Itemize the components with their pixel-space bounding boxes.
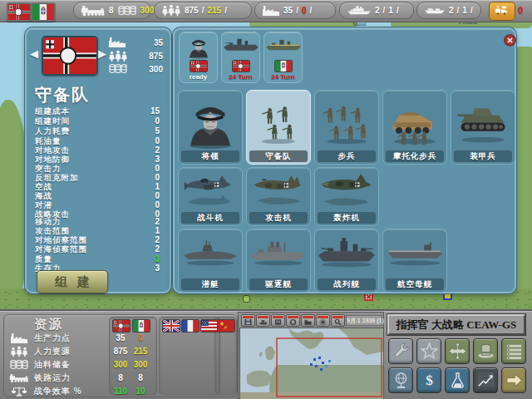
end-turn-button[interactable] <box>501 367 526 393</box>
unit-cell-battleship[interactable]: 战列舰 <box>314 229 379 293</box>
general-portrait <box>180 33 217 59</box>
convoy-icon <box>494 3 510 19</box>
stat-row: 攻击范围1 <box>35 226 160 235</box>
people-icon <box>108 50 128 62</box>
selected-nation-flag <box>42 36 98 76</box>
separator: / <box>457 6 460 15</box>
factory-icon <box>9 332 29 344</box>
queue-status: ready <box>190 73 207 81</box>
world-button[interactable] <box>388 367 413 393</box>
stat-value: 5 <box>155 126 160 136</box>
queue-slot-3[interactable]: 24 Turn <box>264 32 303 83</box>
reports-button[interactable] <box>501 338 526 364</box>
resource-value: 110 <box>111 386 131 397</box>
close-icon[interactable] <box>504 34 516 47</box>
tophat-icon <box>476 342 495 361</box>
unit-cell-label: 潜艇 <box>181 278 239 290</box>
attacker-unit <box>249 170 308 211</box>
nation-manpower-value: 875 <box>149 52 163 61</box>
statistics-button[interactable] <box>473 367 498 393</box>
unit-cell-label: 摩托化步兵 <box>386 150 444 162</box>
italy-flag-button[interactable] <box>31 2 56 22</box>
game-screen: Finland Vaasa 8 300 875 / 215 / 35 / 0 / <box>0 0 532 399</box>
unit-cell-garrison[interactable]: 守备队 <box>246 90 311 165</box>
stat-row: 组建时间0 <box>35 116 160 126</box>
disk-tool-button[interactable] <box>241 314 255 327</box>
top-bar: 8 300 875 / 215 / 35 / 0 / 2 / 1 / 2 <box>0 0 532 22</box>
separator: / <box>309 6 312 15</box>
production-segment: 35 / 0 / <box>254 2 336 19</box>
gear-tool-button[interactable] <box>316 314 330 327</box>
stat-value: 2 <box>155 235 160 244</box>
unit-cell-motorized[interactable]: 摩托化步兵 <box>382 90 447 165</box>
diplomacy-button[interactable] <box>473 338 498 364</box>
unit-cell-submarine[interactable]: 潜艇 <box>178 229 243 293</box>
medals-button[interactable] <box>416 338 441 364</box>
build-button[interactable]: 组建 <box>37 270 108 293</box>
unit-cell-label: 轰炸机 <box>318 212 376 224</box>
stat-row: 组建成本15 <box>35 106 160 116</box>
manpower-value-2: 215 <box>207 6 221 15</box>
unit-cell-tank[interactable]: 装甲兵 <box>451 90 515 165</box>
resource-value: 8 <box>131 372 150 384</box>
resource-label: 战争效率 % <box>34 386 82 397</box>
transports-value-2: 1 <box>462 6 467 15</box>
magnifier-tool-button[interactable] <box>331 314 345 327</box>
queue-slot-1[interactable]: ready <box>179 32 218 83</box>
train-icon <box>81 5 106 17</box>
germany-war-flag-icon <box>43 37 96 74</box>
resource-value: 0 <box>131 332 150 344</box>
infantry-unit <box>317 92 377 150</box>
unit-cell-bomber[interactable]: 轰炸机 <box>314 167 379 226</box>
unit-cell-destroyer[interactable]: 驱逐舰 <box>246 229 311 293</box>
garrison-unit <box>249 92 308 150</box>
ring-tool-button[interactable] <box>286 314 300 327</box>
factory-icon <box>262 5 280 17</box>
germany-flag-button[interactable] <box>7 2 32 22</box>
stat-value: 0 <box>155 200 160 209</box>
resource-value: 875 <box>111 346 131 357</box>
resources-panel: 资源 生产力点350人力资源875215油料储备300300铁路运力88战争效率… <box>3 314 238 397</box>
factory-icon <box>108 37 126 48</box>
queue-slot-2[interactable]: 24 Turn <box>221 32 260 83</box>
resource-label: 铁路运力 <box>34 372 71 384</box>
transports-value: 2 <box>449 6 454 15</box>
map-marker-resource-icon <box>243 295 250 303</box>
unit-cell-attacker[interactable]: 攻击机 <box>246 167 311 226</box>
prev-nation-arrow[interactable]: ◀ <box>30 47 38 60</box>
stat-row: 对潜0 <box>35 200 160 209</box>
fuel-value: 300 <box>140 6 155 15</box>
transports-segment: 2 / 1 / <box>416 2 481 19</box>
card-tool-button[interactable] <box>271 314 285 327</box>
unit-cell-label: 驱逐舰 <box>249 278 308 290</box>
stat-value: 0 <box>155 116 160 126</box>
stat-value: 2 <box>155 244 160 254</box>
research-button[interactable] <box>445 367 470 393</box>
options-button[interactable] <box>388 338 413 364</box>
move-button[interactable] <box>445 338 470 364</box>
minimap[interactable] <box>239 328 384 399</box>
flag-germany-icon <box>112 319 131 332</box>
flag-usa-icon <box>200 319 219 332</box>
flask-icon <box>448 371 467 390</box>
production-value: 35 <box>283 6 293 15</box>
unit-cell-carrier[interactable]: 航空母舰 <box>382 229 447 293</box>
unit-cell-infantry[interactable]: 步兵 <box>314 90 379 165</box>
move-icon <box>448 342 467 361</box>
convoy-button[interactable] <box>489 2 515 21</box>
queue-status: 24 Turn <box>229 73 252 81</box>
resource-value: 300 <box>111 359 131 371</box>
barrels-icon <box>117 5 137 17</box>
unit-cell-fighter[interactable]: 战斗机 <box>178 167 243 226</box>
separator: / <box>397 6 399 15</box>
unit-cell-general[interactable]: 将领 <box>178 90 243 165</box>
motorized-unit <box>385 92 445 150</box>
nation-fuel-value: 300 <box>149 65 163 74</box>
unit-cell-label: 战列舰 <box>318 278 376 290</box>
folder-tool-button[interactable] <box>301 314 315 327</box>
bottom-bar: 资源 生产力点350人力资源875215油料储备300300铁路运力88战争效率… <box>0 309 532 399</box>
ship-tool-button[interactable] <box>256 314 270 327</box>
nation-production-stat: 35 <box>108 37 163 48</box>
economy-button[interactable]: $ <box>416 367 441 393</box>
next-nation-arrow[interactable]: ▶ <box>98 47 106 60</box>
